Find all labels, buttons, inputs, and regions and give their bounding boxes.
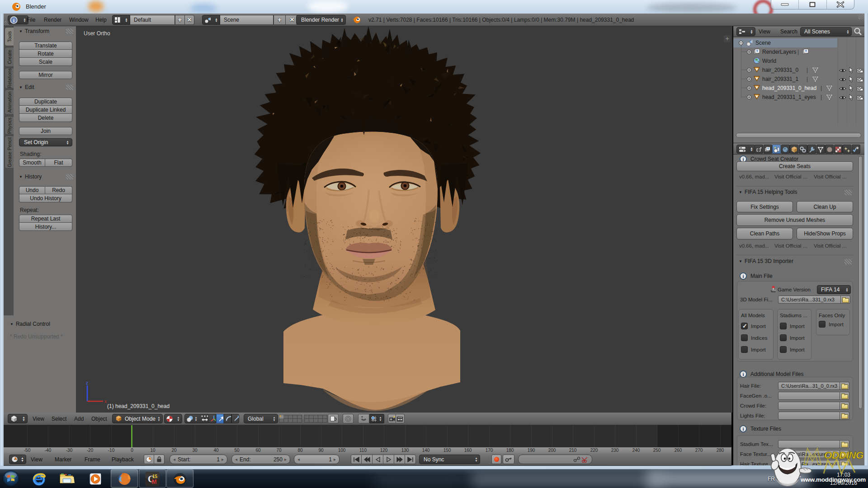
svg-text:i: i [742,371,744,377]
svg-text:i: i [742,426,744,432]
svg-text:i: i [742,273,744,279]
svg-text:z: z [86,381,88,385]
svg-text:M: M [151,478,157,485]
svg-text:i: i [13,17,14,23]
svg-text:x: x [104,399,107,404]
